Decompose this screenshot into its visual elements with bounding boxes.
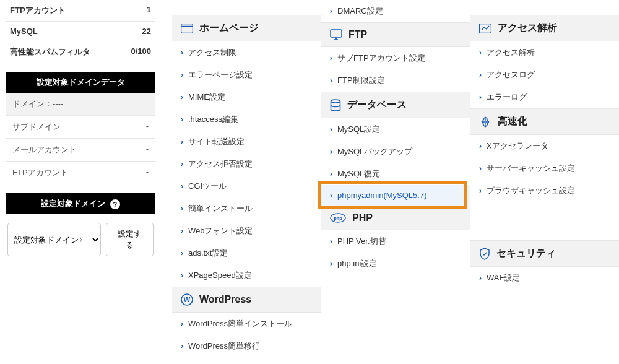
menu-item[interactable]: ›WordPress簡単移行 (172, 335, 321, 357)
section-header-security: セキュリティ (470, 240, 619, 267)
chart-icon (479, 24, 491, 33)
stat-row: 高性能スパムフィルタ 0/100 (6, 41, 155, 63)
section-title: PHP (352, 212, 373, 223)
svg-rect-4 (331, 30, 342, 37)
col-analytics-speed-security: アクセス解析 ›アクセス解析 ›アクセスログ ›エラーログ 高速化 ›Xアクセラ… (470, 0, 619, 364)
menu-item[interactable]: ›.htaccess編集 (172, 108, 321, 131)
menu-item-phpmyadmin[interactable]: ›phpmyadmin(MySQL5.7) (321, 185, 470, 206)
chevron-right-icon: › (181, 271, 183, 280)
section-title: セキュリティ (496, 247, 556, 260)
svg-text:W: W (184, 296, 191, 303)
chevron-right-icon: › (479, 93, 482, 102)
section-title: アクセス解析 (498, 22, 557, 35)
domain-data-header: 設定対象ドメインデータ (6, 72, 155, 93)
chevron-right-icon: › (181, 227, 183, 235)
stat-label: MySQL (10, 27, 38, 36)
menu-item[interactable]: ›エラーページ設定 (172, 64, 321, 86)
menu-item[interactable]: ›CGIツール (172, 175, 321, 197)
menu-item[interactable]: ›MySQL設定 (321, 118, 470, 141)
menu-item[interactable]: ›アクセス制限 (172, 41, 321, 64)
svg-point-7 (331, 100, 340, 103)
window-icon (181, 24, 193, 33)
help-icon[interactable]: ? (110, 199, 120, 209)
menu-item[interactable]: ›php.ini設定 (321, 253, 470, 275)
chevron-right-icon: › (330, 125, 332, 134)
chevron-right-icon: › (181, 249, 183, 258)
menu-item[interactable]: ›アクセスログ (470, 64, 619, 86)
col-homepage-wordpress: ホームページ ›アクセス制限 ›エラーページ設定 ›MIME設定 ›.htacc… (172, 0, 321, 364)
main-panel: ホームページ ›アクセス制限 ›エラーページ設定 ›MIME設定 ›.htacc… (161, 0, 619, 364)
menu-item[interactable]: ›MySQLバックアップ (321, 141, 470, 163)
chevron-right-icon: › (479, 164, 482, 173)
domain-value: - (146, 121, 149, 132)
monitor-icon (330, 29, 342, 40)
chevron-right-icon: › (479, 274, 482, 282)
set-button[interactable]: 設定する (106, 223, 154, 256)
svg-text:php: php (334, 216, 342, 221)
menu-item[interactable]: ›PHP Ver.切替 (321, 230, 470, 253)
chevron-right-icon: › (330, 259, 332, 268)
stat-value: 1 (147, 5, 151, 16)
menu-item[interactable]: ›簡単インストール (172, 197, 321, 220)
menu-item[interactable]: ›ブラウザキャッシュ設定 (470, 180, 619, 202)
menu-item[interactable]: ›MIME設定 (172, 86, 321, 108)
menu-item[interactable]: ›アクセス解析 (470, 41, 619, 64)
menu-item[interactable]: ›エラーログ (470, 86, 619, 108)
stat-value: 22 (142, 27, 151, 36)
chevron-right-icon: › (181, 115, 183, 124)
menu-item[interactable]: ›アクセス拒否設定 (172, 153, 321, 175)
domain-target-header: 設定対象ドメイン ? (6, 193, 155, 214)
menu-item[interactable]: ›FTP制限設定 (321, 69, 470, 92)
chevron-right-icon: › (181, 204, 183, 213)
section-title: データベース (347, 98, 407, 111)
menu-item[interactable]: ›サーバーキャッシュ設定 (470, 157, 619, 180)
section-title: FTP (348, 29, 367, 40)
domain-label: サブドメイン (12, 121, 61, 132)
domain-label: FTPアカウント (12, 167, 68, 178)
domain-label: メールアカウント (12, 144, 77, 155)
wordpress-icon: W (181, 293, 193, 306)
menu-item[interactable]: ›サイト転送設定 (172, 131, 321, 153)
domain-row: FTPアカウント - (6, 162, 155, 184)
section-header-speed: 高速化 (470, 108, 619, 135)
menu-item[interactable]: ›DMARC設定 (321, 0, 470, 22)
domain-value: - (146, 144, 149, 155)
chevron-right-icon: › (330, 7, 332, 15)
chevron-right-icon: › (330, 191, 332, 200)
chevron-right-icon: › (330, 170, 332, 178)
section-header-php: php PHP (321, 206, 470, 230)
stat-value: 0/100 (131, 46, 151, 58)
menu-item[interactable]: ›Xアクセラレータ (470, 135, 619, 157)
database-icon (330, 99, 341, 111)
stat-label: FTPアカウント (10, 5, 66, 16)
chevron-right-icon: › (181, 48, 183, 57)
chevron-right-icon: › (181, 160, 183, 168)
menu-item[interactable]: ›サブFTPアカウント設定 (321, 47, 470, 69)
chevron-right-icon: › (181, 137, 183, 146)
menu-item[interactable]: ›ads.txt設定 (172, 242, 321, 264)
domain-row: ドメイン：---- (6, 93, 155, 116)
chevron-right-icon: › (479, 142, 482, 150)
col-ftp-db-php: ›DMARC設定 FTP ›サブFTPアカウント設定 ›FTP制限設定 データベ… (321, 0, 470, 364)
menu-item[interactable]: ›Webフォント設定 (172, 220, 321, 242)
section-title: WordPress (199, 294, 251, 305)
chevron-right-icon: › (330, 237, 332, 246)
domain-select[interactable]: 設定対象ドメイン〉 (7, 223, 101, 256)
domain-label: ドメイン：---- (12, 98, 63, 110)
stat-label: 高性能スパムフィルタ (10, 46, 90, 58)
chevron-right-icon: › (330, 76, 332, 85)
section-header-ftp: FTP (321, 22, 470, 47)
chevron-right-icon: › (181, 182, 183, 191)
menu-item[interactable]: ›WordPress簡単インストール (172, 313, 321, 335)
shield-icon (479, 248, 490, 260)
section-title: ホームページ (199, 22, 259, 35)
menu-item[interactable]: ›WAF設定 (470, 267, 619, 289)
chevron-right-icon: › (181, 319, 183, 328)
php-icon: php (330, 213, 346, 223)
menu-item[interactable]: ›XPageSpeed設定 (172, 264, 321, 287)
menu-item[interactable]: ›MySQL復元 (321, 163, 470, 185)
menu-item[interactable]: ›WordPressセキュリティ設定 (172, 357, 321, 364)
chevron-right-icon: › (330, 54, 332, 63)
domain-row: メールアカウント - (6, 139, 155, 162)
chevron-right-icon: › (479, 71, 482, 79)
